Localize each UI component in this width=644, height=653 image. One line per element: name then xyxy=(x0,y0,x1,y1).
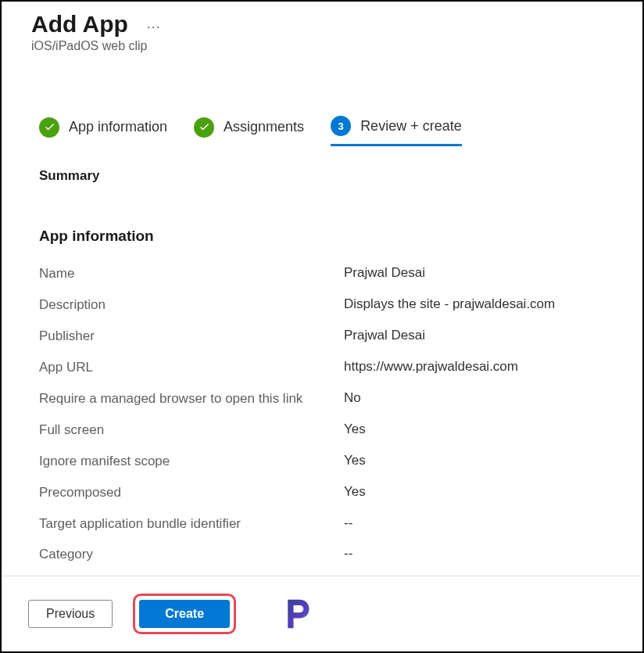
row-label: Ignore manifest scope xyxy=(39,453,344,471)
row-label: Name xyxy=(39,265,344,283)
page-subtitle: iOS/iPadOS web clip xyxy=(31,39,627,53)
row-label: App URL xyxy=(39,359,344,377)
row-value: Yes xyxy=(344,422,627,440)
row-label: Precomposed xyxy=(39,484,344,502)
table-row: Precomposed Yes xyxy=(39,484,627,502)
brand-logo xyxy=(281,597,314,630)
row-value: -- xyxy=(344,546,627,564)
table-row: App URL https://www.prajwaldesai.com xyxy=(39,359,627,377)
table-row: Category -- xyxy=(39,546,627,564)
table-row: Target application bundle identifier -- xyxy=(39,515,627,533)
row-value: Displays the site - prajwaldesai.com xyxy=(344,296,627,314)
row-label: Full screen xyxy=(39,422,344,440)
row-value: Yes xyxy=(344,484,627,502)
row-value: Prajwal Desai xyxy=(344,265,627,283)
table-row: Full screen Yes xyxy=(39,422,627,440)
table-row: Description Displays the site - prajwald… xyxy=(39,296,627,314)
table-row: Require a managed browser to open this l… xyxy=(39,390,627,408)
app-information-heading: App information xyxy=(39,228,627,245)
step-assignments[interactable]: Assignments xyxy=(194,117,304,145)
checkmark-icon xyxy=(39,117,59,138)
row-value: Prajwal Desai xyxy=(344,328,627,346)
footer-bar: Previous Create xyxy=(2,576,642,651)
highlight-ring: Create xyxy=(133,594,236,634)
row-label: Require a managed browser to open this l… xyxy=(39,390,344,408)
row-label: Target application bundle identifier xyxy=(39,515,344,533)
step-app-information[interactable]: App information xyxy=(39,117,167,145)
summary-table: Name Prajwal Desai Description Displays … xyxy=(39,265,627,564)
checkmark-icon xyxy=(194,117,214,138)
row-value: -- xyxy=(344,515,627,533)
row-label: Description xyxy=(39,296,344,314)
row-label: Category xyxy=(39,546,344,564)
row-value: https://www.prajwaldesai.com xyxy=(344,359,627,377)
summary-heading: Summary xyxy=(39,168,627,184)
step-label: Review + create xyxy=(360,118,462,135)
page-title: Add App xyxy=(31,11,128,38)
row-value: No xyxy=(344,390,627,408)
step-number-icon: 3 xyxy=(331,116,351,136)
table-row: Publisher Prajwal Desai xyxy=(39,328,627,346)
row-label: Publisher xyxy=(39,328,344,346)
step-label: Assignments xyxy=(224,119,304,135)
previous-button[interactable]: Previous xyxy=(28,600,113,628)
wizard-steps: App information Assignments 3 Review + c… xyxy=(39,116,627,146)
step-label: App information xyxy=(69,119,167,135)
more-icon[interactable]: ··· xyxy=(147,19,161,35)
row-value: Yes xyxy=(344,453,627,471)
table-row: Ignore manifest scope Yes xyxy=(39,453,627,471)
table-row: Name Prajwal Desai xyxy=(39,265,627,283)
step-review-create[interactable]: 3 Review + create xyxy=(331,116,462,146)
create-button[interactable]: Create xyxy=(139,600,230,628)
